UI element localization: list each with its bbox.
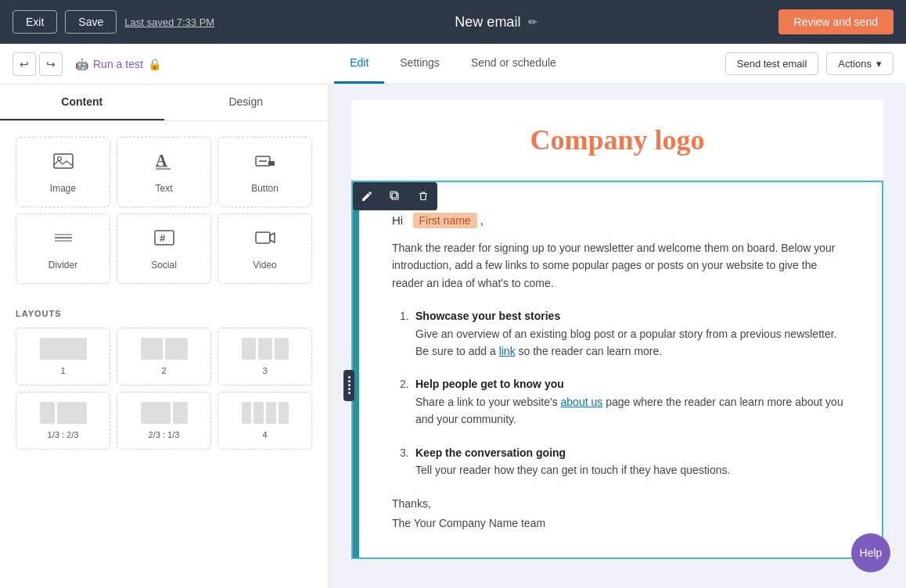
actions-button[interactable]: Actions ▾ bbox=[826, 52, 893, 75]
send-test-email-button[interactable]: Send test email bbox=[725, 52, 819, 75]
footer-team: The Your Company Name team bbox=[392, 514, 850, 533]
layout-1[interactable]: 1 bbox=[16, 328, 110, 385]
layout-1-label: 1 bbox=[60, 366, 65, 375]
layout-2-3-1-3-preview bbox=[141, 402, 188, 424]
email-body-inner: Hi First name , Thank the reader for sig… bbox=[353, 182, 882, 558]
hi-comma: , bbox=[480, 213, 484, 227]
run-test-icon: 🤖 bbox=[75, 58, 88, 70]
button-label: Button bbox=[251, 183, 279, 194]
right-panel[interactable]: Company logo bbox=[329, 84, 906, 588]
list-item-1-link[interactable]: link bbox=[499, 345, 516, 357]
undo-redo-group: ↩ ↪ bbox=[13, 52, 63, 76]
layout-3[interactable]: 3 bbox=[218, 328, 312, 385]
svg-text:#: # bbox=[160, 232, 166, 244]
list-item-3-heading: Keep the conversation going bbox=[415, 446, 566, 459]
panel-tab-content[interactable]: Content bbox=[0, 84, 164, 120]
video-label: Video bbox=[253, 260, 276, 271]
svg-rect-15 bbox=[390, 192, 397, 198]
element-divider[interactable]: Divider bbox=[16, 213, 110, 284]
second-bar: ↩ ↪ 🤖 Run a test 🔒 Edit Settings Send or… bbox=[0, 44, 906, 84]
layout-2[interactable]: 2 bbox=[117, 328, 211, 385]
email-list: Showcase your best stories Give an overv… bbox=[392, 307, 850, 479]
tab-edit[interactable]: Edit bbox=[334, 44, 384, 84]
top-bar-right: Review and send bbox=[778, 9, 893, 34]
layouts-grid: 1 2 3 bbox=[0, 324, 328, 465]
undo-button[interactable]: ↩ bbox=[13, 52, 36, 76]
toolbar-delete-button[interactable] bbox=[409, 182, 437, 210]
layout-3-preview bbox=[242, 338, 289, 360]
second-bar-left: ↩ ↪ 🤖 Run a test 🔒 bbox=[13, 52, 161, 76]
element-video[interactable]: Video bbox=[218, 213, 312, 284]
list-item-2-link[interactable]: about us bbox=[561, 396, 603, 408]
layout-2-3-1-3-label: 2/3 : 1/3 bbox=[149, 430, 180, 439]
layout-2-preview bbox=[141, 338, 188, 360]
tab-settings[interactable]: Settings bbox=[384, 44, 455, 84]
layout-4-label: 4 bbox=[262, 430, 267, 439]
actions-chevron-icon: ▾ bbox=[876, 58, 882, 70]
list-item-1-body: Give an overview of an existing blog pos… bbox=[415, 328, 837, 357]
email-wrapper: Company logo bbox=[351, 100, 883, 559]
panel-tabs: Content Design bbox=[0, 84, 328, 121]
element-button[interactable]: Button bbox=[218, 137, 312, 207]
element-image[interactable]: Image bbox=[16, 137, 110, 207]
top-bar-left: Exit Save Last saved 7:33 PM bbox=[13, 10, 214, 34]
top-bar: Exit Save Last saved 7:33 PM New email ✏… bbox=[0, 0, 906, 44]
toolbar-edit-button[interactable] bbox=[353, 182, 381, 210]
layout-1-3-2-3-label: 1/3 : 2/3 bbox=[48, 430, 79, 439]
divider-label: Divider bbox=[49, 260, 77, 271]
image-element-icon bbox=[52, 150, 74, 177]
layout-4[interactable]: 4 bbox=[218, 392, 312, 450]
layout-1-3-2-3-preview bbox=[40, 402, 87, 424]
main-content: Content Design Image A bbox=[0, 84, 906, 588]
video-element-icon bbox=[254, 227, 276, 253]
last-saved[interactable]: Last saved 7:33 PM bbox=[124, 16, 214, 28]
list-item-2-heading: Help people get to know you bbox=[415, 378, 564, 390]
email-footer: Thanks, The Your Company Name team bbox=[392, 494, 850, 533]
tab-send-schedule[interactable]: Send or schedule bbox=[455, 44, 572, 84]
layout-4-preview bbox=[242, 402, 289, 424]
elements-grid: Image A Text bbox=[0, 121, 328, 299]
list-item-1-heading: Showcase your best stories bbox=[415, 310, 560, 322]
accent-bar bbox=[353, 182, 359, 558]
exit-button[interactable]: Exit bbox=[13, 10, 57, 34]
review-send-button[interactable]: Review and send bbox=[778, 9, 893, 34]
svg-point-1 bbox=[57, 157, 61, 161]
layout-2-3-1-3[interactable]: 2/3 : 1/3 bbox=[117, 392, 211, 450]
help-button[interactable]: Help bbox=[851, 533, 890, 572]
toolbar-copy-button[interactable] bbox=[381, 182, 409, 210]
company-logo-text: Company logo bbox=[375, 124, 860, 156]
save-button[interactable]: Save bbox=[65, 10, 117, 34]
main-tabs: Edit Settings Send or schedule bbox=[334, 44, 572, 84]
layout-1-3-2-3[interactable]: 1/3 : 2/3 bbox=[16, 392, 110, 450]
run-test-area[interactable]: 🤖 Run a test 🔒 bbox=[75, 58, 161, 70]
layout-2-label: 2 bbox=[161, 366, 166, 375]
text-label: Text bbox=[155, 183, 172, 194]
redo-button[interactable]: ↪ bbox=[39, 52, 63, 76]
resize-handle[interactable] bbox=[343, 370, 354, 401]
svg-rect-14 bbox=[392, 193, 398, 199]
social-element-icon: # bbox=[153, 227, 175, 253]
panel-tab-design[interactable]: Design bbox=[164, 84, 329, 120]
svg-rect-6 bbox=[268, 161, 275, 166]
intro-text: Thank the reader for signing up to your … bbox=[392, 239, 850, 292]
layouts-title: LAYOUTS bbox=[0, 299, 328, 324]
element-text[interactable]: A Text bbox=[117, 137, 211, 207]
first-name-badge: First name bbox=[413, 213, 477, 228]
element-social[interactable]: # Social bbox=[117, 213, 211, 284]
second-bar-right: Send test email Actions ▾ bbox=[725, 52, 893, 75]
top-bar-center: New email ✏ bbox=[455, 14, 537, 30]
layout-3-label: 3 bbox=[262, 366, 267, 375]
lock-icon: 🔒 bbox=[148, 58, 161, 70]
layout-1-preview bbox=[40, 338, 87, 360]
list-item-2-body: Share a link to your website's about us … bbox=[415, 396, 843, 425]
footer-thanks: Thanks, bbox=[392, 494, 850, 514]
list-item-1: Showcase your best stories Give an overv… bbox=[400, 307, 850, 360]
email-body-section[interactable]: Hi First name , Thank the reader for sig… bbox=[351, 181, 883, 559]
button-element-icon bbox=[254, 150, 276, 177]
email-title: New email bbox=[455, 14, 520, 30]
hi-text: Hi bbox=[392, 213, 403, 227]
edit-title-icon[interactable]: ✏ bbox=[528, 16, 537, 28]
text-element-icon: A bbox=[153, 150, 175, 177]
list-item-2: Help people get to know you Share a link… bbox=[400, 375, 850, 428]
social-label: Social bbox=[151, 260, 177, 271]
